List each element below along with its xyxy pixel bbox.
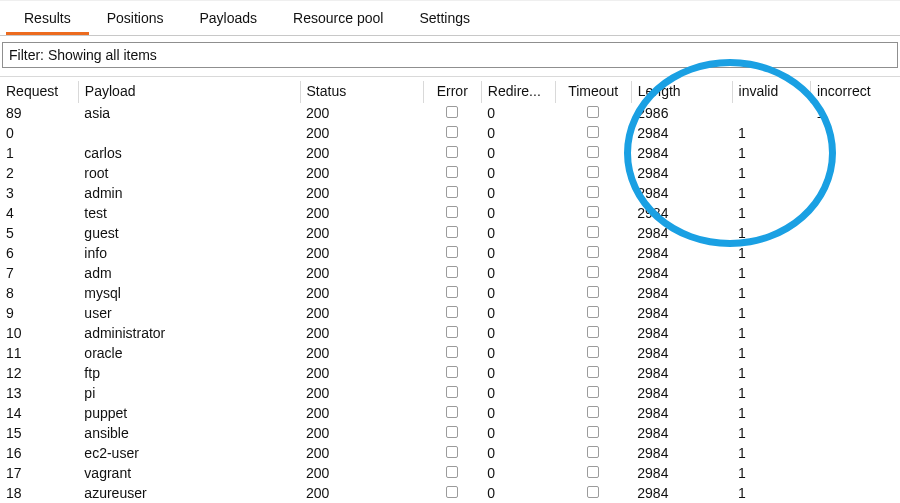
tab-payloads[interactable]: Payloads <box>182 5 276 35</box>
filter-input[interactable]: Filter: Showing all items <box>2 42 898 68</box>
tab-bar: ResultsPositionsPayloadsResource poolSet… <box>0 0 900 36</box>
cell-incorrect <box>810 383 900 403</box>
column-request[interactable]: Request <box>0 81 78 103</box>
table-row[interactable]: 4test200029841 <box>0 203 900 223</box>
checkbox-icon <box>587 186 599 198</box>
cell-request: 3 <box>0 183 78 203</box>
table-row[interactable]: 5guest200029841 <box>0 223 900 243</box>
cell-timeout <box>555 123 631 143</box>
cell-error <box>423 343 481 363</box>
table-row[interactable]: 16ec2-user200029841 <box>0 443 900 463</box>
column-length[interactable]: Length <box>631 81 732 103</box>
checkbox-icon <box>446 126 458 138</box>
cell-length: 2984 <box>631 363 732 383</box>
cell-request: 15 <box>0 423 78 443</box>
column-status[interactable]: Status <box>300 81 423 103</box>
table-row[interactable]: 3admin200029841 <box>0 183 900 203</box>
cell-redirect: 0 <box>481 323 555 343</box>
table-row[interactable]: 1carlos200029841 <box>0 143 900 163</box>
checkbox-icon <box>446 306 458 318</box>
cell-invalid: 1 <box>732 203 810 223</box>
table-row[interactable]: 89asia200029861 <box>0 103 900 123</box>
cell-invalid: 1 <box>732 263 810 283</box>
table-row[interactable]: 8mysql200029841 <box>0 283 900 303</box>
cell-payload: test <box>78 203 300 223</box>
cell-status: 200 <box>300 403 423 423</box>
cell-status: 200 <box>300 243 423 263</box>
table-row[interactable]: 13pi200029841 <box>0 383 900 403</box>
cell-timeout <box>555 223 631 243</box>
cell-timeout <box>555 423 631 443</box>
table-row[interactable]: 2root200029841 <box>0 163 900 183</box>
cell-redirect: 0 <box>481 403 555 423</box>
checkbox-icon <box>587 286 599 298</box>
cell-length: 2984 <box>631 243 732 263</box>
checkbox-icon <box>446 286 458 298</box>
column-invalid[interactable]: invalid <box>732 81 810 103</box>
column-timeout[interactable]: Timeout <box>555 81 631 103</box>
table-row[interactable]: 15ansible200029841 <box>0 423 900 443</box>
table-row[interactable]: 11oracle200029841 <box>0 343 900 363</box>
cell-payload: ftp <box>78 363 300 383</box>
cell-request: 9 <box>0 303 78 323</box>
tab-positions[interactable]: Positions <box>89 5 182 35</box>
cell-error <box>423 383 481 403</box>
cell-length: 2984 <box>631 163 732 183</box>
column-redire-[interactable]: Redire... <box>481 81 555 103</box>
cell-request: 8 <box>0 283 78 303</box>
tab-results[interactable]: Results <box>6 5 89 35</box>
checkbox-icon <box>446 246 458 258</box>
table-row[interactable]: 7adm200029841 <box>0 263 900 283</box>
cell-request: 1 <box>0 143 78 163</box>
cell-status: 200 <box>300 383 423 403</box>
cell-request: 14 <box>0 403 78 423</box>
cell-payload: ec2-user <box>78 443 300 463</box>
checkbox-icon <box>587 446 599 458</box>
cell-error <box>423 463 481 483</box>
checkbox-icon <box>446 266 458 278</box>
cell-request: 6 <box>0 243 78 263</box>
cell-status: 200 <box>300 203 423 223</box>
cell-incorrect <box>810 463 900 483</box>
cell-error <box>423 323 481 343</box>
table-row[interactable]: 14puppet200029841 <box>0 403 900 423</box>
checkbox-icon <box>446 106 458 118</box>
cell-status: 200 <box>300 123 423 143</box>
checkbox-icon <box>446 406 458 418</box>
table-row[interactable]: 6info200029841 <box>0 243 900 263</box>
cell-timeout <box>555 363 631 383</box>
cell-request: 4 <box>0 203 78 223</box>
cell-invalid: 1 <box>732 403 810 423</box>
table-row[interactable]: 0200029841 <box>0 123 900 143</box>
cell-request: 10 <box>0 323 78 343</box>
cell-status: 200 <box>300 443 423 463</box>
checkbox-icon <box>587 366 599 378</box>
cell-request: 18 <box>0 483 78 503</box>
cell-incorrect <box>810 223 900 243</box>
column-payload[interactable]: Payload <box>78 81 300 103</box>
cell-redirect: 0 <box>481 443 555 463</box>
checkbox-icon <box>587 146 599 158</box>
cell-payload: asia <box>78 103 300 123</box>
column-incorrect[interactable]: incorrect <box>810 81 900 103</box>
cell-length: 2984 <box>631 263 732 283</box>
checkbox-icon <box>587 226 599 238</box>
checkbox-icon <box>446 486 458 498</box>
table-header-row: RequestPayloadStatusErrorRedire...Timeou… <box>0 81 900 103</box>
table-row[interactable]: 17vagrant200029841 <box>0 463 900 483</box>
tab-settings[interactable]: Settings <box>401 5 488 35</box>
table-row[interactable]: 9user200029841 <box>0 303 900 323</box>
cell-payload: ansible <box>78 423 300 443</box>
cell-timeout <box>555 403 631 423</box>
tab-resource-pool[interactable]: Resource pool <box>275 5 401 35</box>
results-table: RequestPayloadStatusErrorRedire...Timeou… <box>0 81 900 503</box>
cell-redirect: 0 <box>481 203 555 223</box>
table-row[interactable]: 12ftp200029841 <box>0 363 900 383</box>
cell-payload: info <box>78 243 300 263</box>
cell-length: 2984 <box>631 483 732 503</box>
cell-invalid: 1 <box>732 183 810 203</box>
column-error[interactable]: Error <box>423 81 481 103</box>
table-row[interactable]: 10administrator200029841 <box>0 323 900 343</box>
cell-redirect: 0 <box>481 283 555 303</box>
table-row[interactable]: 18azureuser200029841 <box>0 483 900 503</box>
